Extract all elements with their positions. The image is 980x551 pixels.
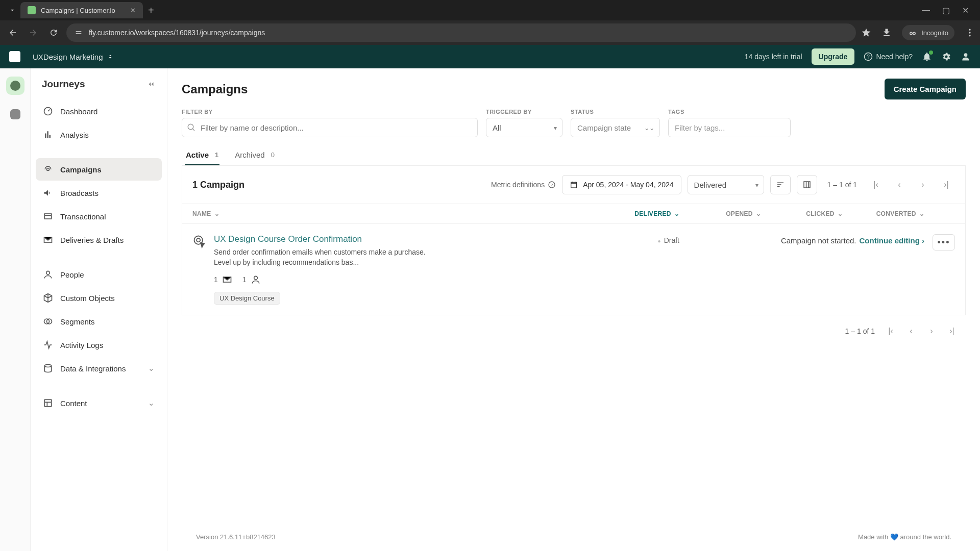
continue-editing-link[interactable]: Continue editing › [860,236,925,245]
module-icon [10,109,20,119]
notifications-button[interactable] [922,52,932,62]
sidebar-item-segments[interactable]: Segments [36,310,162,333]
mini-sidebar [0,68,31,551]
page-title: Campaigns [182,82,248,96]
triggered-by-label: TRIGGERED BY [486,109,562,115]
workspace-name: UXDesign Marketing [33,53,103,61]
envelope-icon [222,274,232,285]
pagination-info-bottom: 1 – 1 of 1 [841,327,879,335]
campaign-icon [43,164,53,174]
mini-nav-journeys[interactable] [6,77,24,95]
svg-point-7 [964,53,968,57]
create-campaign-button[interactable]: Create Campaign [885,79,966,99]
page-first-button[interactable]: |‹ [867,176,885,193]
sidebar-item-content[interactable]: Content ⌄ [36,392,162,414]
sidebar-item-dashboard[interactable]: Dashboard [36,100,162,122]
sidebar-item-people[interactable]: People [36,263,162,286]
account-button[interactable] [961,52,971,62]
page-next-button-bottom[interactable]: › [923,322,940,340]
mini-nav-other[interactable] [6,105,24,123]
svg-text:?: ? [551,183,553,187]
minimize-button[interactable]: — [922,6,930,15]
close-window-button[interactable]: ✕ [962,6,969,15]
sort-icon [776,180,785,189]
address-bar[interactable]: fly.customer.io/workspaces/160831/journe… [66,23,856,42]
tab-search-dropdown[interactable] [4,7,20,14]
metric-definitions-link[interactable]: Metric definitions ? [491,181,556,189]
tags-filter-input[interactable]: Filter by tags... [668,118,791,137]
back-button[interactable] [5,25,20,40]
incognito-badge[interactable]: Incognito [902,25,954,40]
column-converted[interactable]: CONVERTED ⌄ [843,210,924,217]
page-prev-button-bottom[interactable]: ‹ [902,322,920,340]
sidebar-item-transactional[interactable]: Transactional [36,205,162,228]
bookmark-star-icon[interactable] [861,28,871,38]
sort-caret-icon: ⌄ [919,210,924,217]
sidebar: Journeys Dashboard Analysis Campaigns Br… [31,68,167,551]
svg-point-17 [188,124,193,130]
page-first-button-bottom[interactable]: |‹ [882,322,899,340]
forward-button[interactable] [26,25,41,40]
svg-point-3 [969,32,970,33]
chevron-left-double-icon [146,80,156,89]
tab-active[interactable]: Active 1 [185,145,219,165]
browser-chrome: Campaigns | Customer.io ✕ + — ▢ ✕ fly.cu… [0,0,980,45]
sidebar-item-analysis[interactable]: Analysis [36,123,162,146]
sidebar-item-deliveries[interactable]: Deliveries & Drafts [36,229,162,251]
date-range-button[interactable]: Apr 05, 2024 - May 04, 2024 [562,175,681,194]
browser-tab[interactable]: Campaigns | Customer.io ✕ [20,2,143,18]
help-link[interactable]: ? Need help? [864,52,913,61]
sidebar-item-custom-objects[interactable]: Custom Objects [36,287,162,309]
not-started-text: Campaign not started. [781,236,856,245]
filter-name-input[interactable] [182,118,478,137]
page-last-button[interactable]: ›| [938,176,955,193]
tab-archived[interactable]: Archived 0 [234,145,276,165]
site-info-icon[interactable] [75,29,83,37]
metric-select[interactable]: Delivered ▾ [688,175,764,194]
page-prev-button[interactable]: ‹ [891,176,908,193]
sidebar-item-campaigns[interactable]: Campaigns [36,158,162,181]
maximize-button[interactable]: ▢ [942,6,950,15]
campaign-row: UX Design Course Order Confirmation Send… [182,224,966,315]
new-tab-button[interactable]: + [148,5,154,16]
envelope-icon [43,235,53,245]
column-opened[interactable]: OPENED ⌄ [679,210,761,217]
column-delivered[interactable]: DELIVERED ⌄ [598,210,679,217]
more-actions-button[interactable]: ••• [933,234,955,251]
campaign-title-link[interactable]: UX Design Course Order Confirmation [214,234,598,244]
version-text: Version 21.6.11+b8214623 [196,533,276,541]
sidebar-item-broadcasts[interactable]: Broadcasts [36,182,162,204]
sidebar-item-data-integrations[interactable]: Data & Integrations ⌄ [36,357,162,380]
sort-button[interactable] [770,175,791,194]
app-logo-icon[interactable] [9,51,20,62]
triggered-by-select[interactable]: All ▾ [486,118,562,137]
page-next-button[interactable]: › [914,176,932,193]
campaign-tag[interactable]: UX Design Course [214,292,280,305]
help-circle-icon: ? [548,181,556,189]
workspace-switcher[interactable]: UXDesign Marketing [33,53,113,61]
chevron-down-icon: ⌄ [148,364,155,373]
collapse-sidebar-button[interactable] [146,80,156,89]
target-click-icon [192,234,207,248]
svg-point-4 [969,35,970,36]
column-name[interactable]: NAME ⌄ [192,210,598,217]
sidebar-item-activity-logs[interactable]: Activity Logs [36,334,162,356]
columns-button[interactable] [797,175,817,194]
upgrade-button[interactable]: Upgrade [812,48,855,65]
svg-point-1 [913,32,916,35]
reload-button[interactable] [46,25,61,40]
status-select[interactable]: Campaign state ⌄⌄ [571,118,660,137]
calendar-icon [570,181,578,189]
footer-text: Made with 💙 around the world. [858,533,951,541]
close-tab-icon[interactable]: ✕ [130,7,136,14]
menu-dots-icon[interactable] [965,28,975,38]
url-text: fly.customer.io/workspaces/160831/journe… [89,29,265,37]
page-last-button-bottom[interactable]: ›| [943,322,961,340]
settings-button[interactable] [941,52,951,62]
column-clicked[interactable]: CLICKED ⌄ [761,210,843,217]
svg-point-9 [47,168,50,171]
svg-point-0 [910,32,913,35]
download-icon[interactable] [881,28,892,38]
people-count: 1 [242,274,261,285]
tab-title: Campaigns | Customer.io [41,7,125,14]
